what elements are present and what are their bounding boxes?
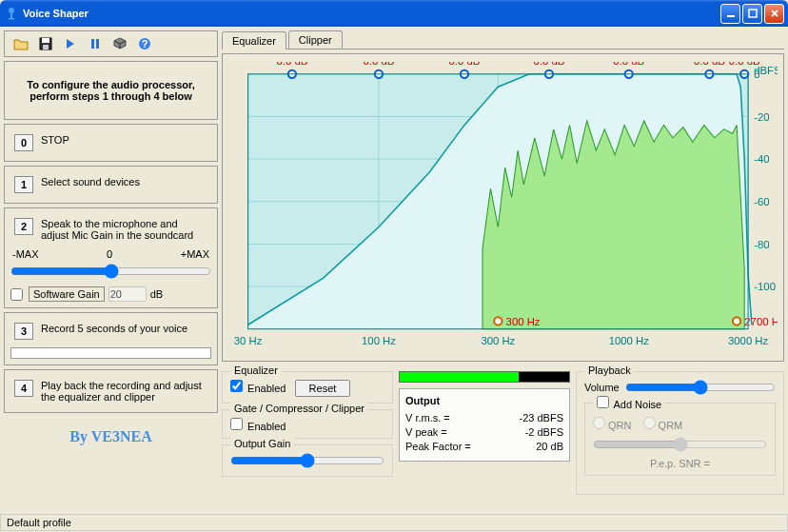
playback-group-title: Playback (584, 365, 635, 376)
step-0-panel: 0STOP (4, 124, 218, 162)
help-icon[interactable]: ? (136, 35, 153, 52)
svg-text:1000 Hz: 1000 Hz (609, 335, 650, 346)
svg-rect-7 (43, 45, 49, 49)
step-2-panel: 2Speak to the microphone and adjust Mic … (4, 207, 218, 308)
svg-text:0.0 dB: 0.0 dB (729, 62, 760, 67)
open-icon[interactable] (12, 35, 30, 52)
output-title: Output (405, 395, 563, 406)
save-icon[interactable] (37, 35, 54, 52)
output-gain-slider[interactable] (230, 453, 384, 468)
svg-text:100 Hz: 100 Hz (362, 335, 396, 346)
toolbar: ? (4, 30, 218, 57)
equalizer-enabled-checkbox[interactable] (230, 380, 243, 392)
gain-mid-label: 0 (107, 248, 112, 260)
app-icon (4, 6, 19, 21)
output-gain-title: Output Gain (230, 438, 294, 449)
step-0-label: STOP (41, 134, 207, 146)
svg-rect-1 (10, 13, 12, 18)
svg-text:-80: -80 (754, 239, 769, 250)
software-gain-unit: dB (150, 288, 163, 300)
gate-enabled-label: Enabled (247, 421, 286, 432)
svg-point-52 (733, 317, 740, 325)
svg-text:0.0 dB: 0.0 dB (276, 62, 307, 67)
step-0-button[interactable]: 0 (14, 134, 33, 151)
status-bar: Default profile (0, 514, 788, 531)
svg-point-50 (494, 317, 502, 325)
step-4-panel: 4Play back the recording and adjust the … (4, 369, 218, 413)
svg-text:300 Hz: 300 Hz (506, 316, 541, 327)
output-vrms-value: -23 dBFS (520, 412, 563, 424)
svg-text:-60: -60 (754, 196, 769, 207)
svg-text:-100: -100 (754, 281, 776, 292)
output-vpeak-label: V peak = (405, 426, 447, 438)
tab-clipper[interactable]: Clipper (288, 30, 343, 49)
output-vrms-label: V r.m.s. = (405, 412, 450, 424)
close-button[interactable] (764, 4, 784, 24)
gate-group-title: Gate / Compressor / Clipper (230, 403, 368, 414)
svg-rect-2 (9, 18, 14, 20)
svg-point-0 (9, 8, 14, 13)
output-peakfactor-value: 20 dB (536, 441, 563, 452)
svg-text:0.0 dB: 0.0 dB (694, 62, 725, 67)
noise-slider (593, 437, 767, 452)
addnoise-checkbox[interactable] (597, 396, 609, 408)
maximize-button[interactable] (742, 4, 762, 24)
step-4-label: Play back the recording and adjust the e… (41, 380, 207, 403)
gate-enabled-checkbox[interactable] (230, 418, 243, 430)
window-title: Voice Shaper (23, 8, 719, 19)
titlebar: Voice Shaper (0, 0, 788, 27)
svg-rect-3 (727, 15, 735, 17)
minimize-button[interactable] (720, 4, 740, 24)
cube-icon[interactable] (111, 35, 128, 52)
svg-text:30 Hz: 30 Hz (234, 335, 263, 346)
instruction-text: To configure the audio processor, perfor… (4, 61, 218, 120)
svg-text:300 Hz: 300 Hz (481, 335, 515, 346)
vu-meter (399, 371, 570, 383)
svg-text:dBFS: dBFS (754, 65, 778, 76)
equalizer-reset-button[interactable]: Reset (295, 380, 351, 397)
output-vpeak-value: -2 dBFS (525, 426, 563, 438)
svg-text:-40: -40 (754, 153, 769, 165)
qrn-radio (593, 417, 605, 429)
pause-icon[interactable] (87, 35, 104, 52)
tab-bar: Equalizer Clipper (222, 30, 784, 49)
spectrum-chart[interactable]: 0-20-40-60-80-10030 Hz100 Hz300 Hz1000 H… (222, 53, 784, 362)
step-2-label: Speak to the microphone and adjust Mic G… (41, 218, 207, 241)
volume-slider[interactable] (625, 380, 776, 395)
gain-max-label: +MAX (181, 248, 209, 260)
software-gain-checkbox[interactable] (10, 288, 23, 301)
svg-rect-4 (749, 10, 757, 17)
addnoise-label: Add Noise (613, 399, 661, 410)
svg-text:3000 Hz: 3000 Hz (728, 335, 769, 346)
gain-min-label: -MAX (12, 248, 39, 260)
step-1-label: Select sound devices (41, 176, 207, 187)
step-3-panel: 3Record 5 seconds of your voice (4, 312, 218, 365)
svg-text:2700 Hz: 2700 Hz (744, 316, 778, 327)
play-icon[interactable] (62, 35, 79, 52)
step-4-button[interactable]: 4 (14, 380, 33, 397)
step-1-button[interactable]: 1 (14, 176, 33, 193)
equalizer-enabled-label: Enabled (247, 383, 286, 394)
svg-rect-9 (96, 39, 99, 49)
mic-gain-slider[interactable] (10, 264, 211, 279)
svg-text:0.0 dB: 0.0 dB (613, 62, 644, 67)
step-3-button[interactable]: 3 (14, 323, 33, 340)
output-peakfactor-label: Peak Factor = (405, 441, 471, 452)
software-gain-value[interactable] (108, 286, 147, 302)
svg-text:?: ? (142, 38, 148, 49)
volume-label: Volume (584, 382, 620, 393)
step-2-button[interactable]: 2 (14, 218, 33, 235)
qrm-radio (643, 417, 656, 429)
author-byline: By VE3NEA (4, 417, 218, 457)
svg-text:-20: -20 (754, 111, 769, 123)
svg-text:0.0 dB: 0.0 dB (364, 62, 395, 67)
qrn-label: QRN (608, 420, 631, 431)
qrm-label: QRM (659, 420, 683, 431)
output-box: Output V r.m.s. =-23 dBFS V peak =-2 dBF… (399, 388, 570, 462)
software-gain-label: Software Gain (29, 286, 105, 302)
svg-rect-6 (42, 38, 49, 43)
tab-equalizer[interactable]: Equalizer (222, 31, 286, 49)
equalizer-group-title: Equalizer (230, 365, 282, 376)
svg-rect-8 (91, 39, 94, 49)
step-1-panel: 1Select sound devices (4, 166, 218, 204)
